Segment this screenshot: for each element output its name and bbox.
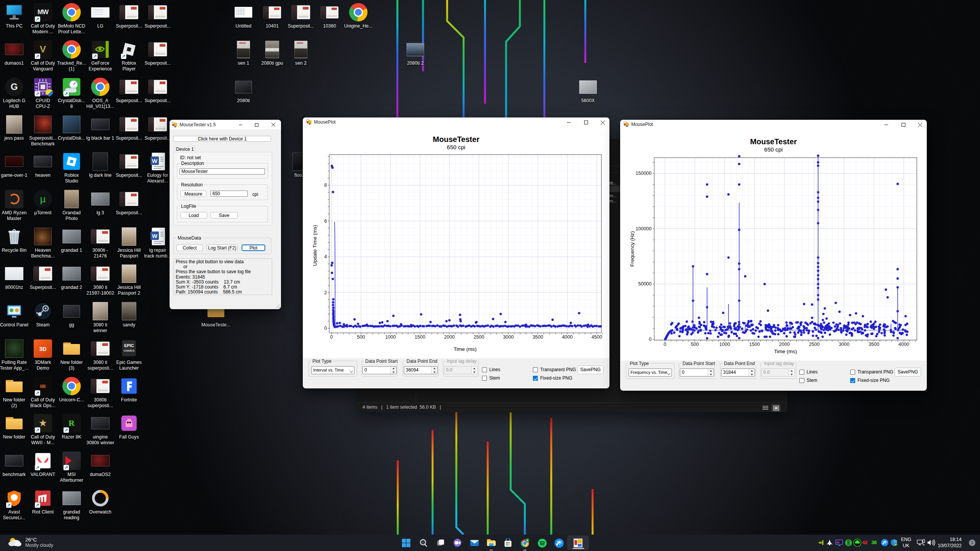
svg-text:4000: 4000 [898, 342, 909, 347]
svg-text:0: 0 [664, 342, 666, 347]
svg-text:2500: 2500 [474, 334, 484, 340]
svg-text:150000: 150000 [635, 171, 652, 176]
svg-text:2000: 2000 [444, 334, 455, 340]
svg-text:50000: 50000 [638, 281, 652, 287]
svg-text:3000: 3000 [839, 342, 849, 347]
svg-text:1500: 1500 [415, 334, 425, 340]
svg-text:0: 0 [324, 326, 327, 331]
svg-text:1000: 1000 [385, 334, 396, 340]
svg-text:60: 60 [836, 541, 840, 544]
svg-text:8: 8 [324, 183, 327, 188]
svg-text:3000: 3000 [503, 334, 514, 340]
svg-text:2000: 2000 [779, 342, 790, 347]
svg-text:4000: 4000 [562, 334, 573, 340]
svg-text:3500: 3500 [869, 342, 879, 347]
svg-text:1500: 1500 [749, 342, 760, 347]
svg-text:2500: 2500 [809, 342, 820, 347]
svg-text:500: 500 [691, 342, 699, 347]
svg-text:3500: 3500 [532, 334, 543, 340]
svg-text:100000: 100000 [635, 226, 652, 231]
svg-text:W: W [152, 158, 158, 164]
svg-text:6: 6 [324, 218, 327, 224]
svg-text:GAMES: GAMES [124, 349, 135, 352]
svg-text:4: 4 [324, 254, 327, 259]
svg-text:0: 0 [330, 334, 333, 340]
svg-text:500: 500 [357, 334, 365, 340]
svg-text:EPIC: EPIC [124, 343, 134, 348]
svg-text:2: 2 [324, 290, 327, 295]
svg-text:0: 0 [649, 337, 652, 342]
svg-text:W: W [152, 233, 158, 239]
svg-text:4500: 4500 [591, 334, 602, 340]
svg-text:1000: 1000 [719, 342, 730, 347]
